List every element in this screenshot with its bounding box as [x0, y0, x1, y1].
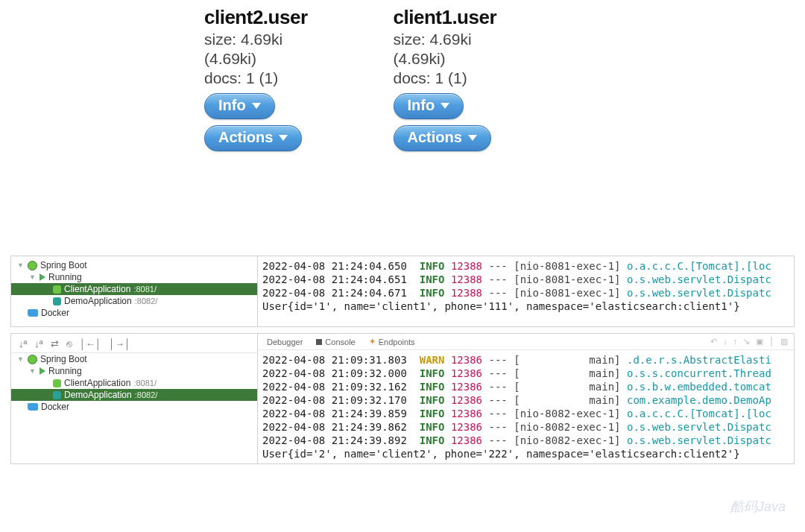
tree-label: Running	[48, 272, 82, 282]
info-button-label: Info	[218, 97, 246, 114]
actions-button[interactable]: Actions	[204, 125, 302, 151]
console-pane: Debugger Console ✶Endpoints ↶ ↓ ↑ ↘ ▣ │ …	[258, 334, 794, 463]
actions-button-label: Actions	[218, 129, 273, 146]
tree-node-spring-boot[interactable]: ▼ Spring Boot	[11, 353, 257, 365]
step-icon[interactable]: ▣	[756, 337, 763, 346]
docker-icon	[28, 309, 38, 317]
docker-icon	[28, 403, 38, 411]
tree-label: ClientApplication	[64, 378, 130, 388]
tree-node-running[interactable]: ▼ Running	[11, 271, 257, 283]
info-button[interactable]: Info	[394, 93, 464, 119]
step-icon[interactable]: ↶	[710, 337, 717, 346]
tree-node-client-app[interactable]: ClientApplication :8081/	[11, 377, 257, 389]
tree-label: ClientApplication	[64, 284, 130, 294]
actions-button-label: Actions	[408, 129, 462, 146]
toolbar-icon[interactable]: │←│	[80, 338, 101, 349]
tab-debugger[interactable]: Debugger	[264, 336, 306, 348]
tree-node-docker[interactable]: Docker	[11, 307, 257, 319]
console-icon	[316, 339, 322, 345]
tab-endpoints[interactable]: ✶Endpoints	[366, 335, 418, 348]
tree-label: Running	[48, 366, 82, 376]
console-output[interactable]: 2022-04-08 21:24:04.650 INFO 12388 --- […	[258, 256, 794, 326]
chevron-down-icon	[279, 135, 288, 141]
port-label: :8081/	[133, 379, 157, 387]
actions-button[interactable]: Actions	[394, 125, 491, 151]
expand-icon: ▼	[29, 273, 37, 281]
toolbar-icon[interactable]: │→│	[109, 338, 130, 349]
index-docs: docs: 1 (1)	[394, 69, 497, 87]
tree-label: Spring Boot	[40, 260, 87, 270]
index-size: size: 4.69ki	[204, 31, 308, 48]
tree-node-demo-app[interactable]: DemoApplication :8082/	[11, 389, 257, 401]
tree-node-running[interactable]: ▼ Running	[11, 365, 257, 377]
port-label: :8081/	[133, 285, 157, 294]
info-button-label: Info	[408, 97, 435, 114]
tree-label: DemoApplication	[64, 296, 132, 306]
tree-label: Docker	[41, 402, 69, 412]
chevron-down-icon	[441, 103, 449, 109]
bug-icon	[53, 285, 61, 294]
spring-boot-icon	[28, 261, 37, 270]
expand-icon: ▼	[17, 262, 25, 269]
endpoints-icon: ✶	[369, 337, 376, 346]
tab-console[interactable]: Console	[313, 336, 358, 348]
ide-panel-1: ▼ Spring Boot ▼ Running ClientApplicatio…	[10, 256, 795, 327]
toolbar-icon[interactable]: ↓ª	[34, 338, 42, 349]
run-dashboard-tree: ▼ Spring Boot ▼ Running ClientApplicatio…	[11, 256, 258, 326]
step-icon[interactable]: ↘	[743, 337, 750, 346]
port-label: :8082/	[135, 297, 158, 305]
index-title: client2.user	[204, 6, 308, 29]
debug-step-icons: ↶ ↓ ↑ ↘ ▣ │ ▥	[710, 337, 788, 346]
step-icon[interactable]: ▥	[780, 337, 788, 346]
tree-label: Docker	[41, 308, 69, 318]
index-card-client1: client1.user size: 4.69ki (4.69ki) docs:…	[394, 6, 497, 151]
info-button[interactable]: Info	[204, 93, 275, 119]
step-icon[interactable]: ↓	[723, 337, 727, 346]
expand-icon: ▼	[29, 367, 37, 375]
step-icon[interactable]: ↑	[733, 337, 738, 346]
debugger-tabs: Debugger Console ✶Endpoints ↶ ↓ ↑ ↘ ▣ │ …	[258, 334, 794, 350]
run-icon	[40, 367, 45, 375]
run-dashboard-tree: ↓ª ↓ª ⇄ ⎋ │←│ │→│ ▼ Spring Boot ▼ Runnin…	[11, 334, 258, 463]
index-size-paren: (4.69ki)	[204, 50, 308, 68]
index-size: size: 4.69ki	[394, 31, 497, 48]
chevron-down-icon	[252, 103, 261, 109]
step-icon[interactable]: │	[769, 337, 774, 346]
tree-label: DemoApplication	[64, 390, 132, 400]
port-label: :8082/	[135, 390, 158, 399]
chevron-down-icon	[468, 135, 477, 141]
bug-icon	[53, 391, 61, 399]
index-card-client2: client2.user size: 4.69ki (4.69ki) docs:…	[204, 6, 308, 151]
toolbar-icon[interactable]: ⎋	[66, 338, 72, 349]
toolbar-icon[interactable]: ⇄	[51, 338, 59, 349]
spring-boot-icon	[28, 355, 37, 364]
tree-node-spring-boot[interactable]: ▼ Spring Boot	[11, 259, 257, 271]
bug-icon	[53, 379, 61, 387]
expand-icon: ▼	[17, 355, 25, 363]
run-icon	[40, 273, 45, 281]
tree-node-client-app[interactable]: ClientApplication :8081/	[11, 283, 257, 295]
tree-node-docker[interactable]: Docker	[11, 401, 257, 413]
toolbar-icon[interactable]: ↓ª	[19, 338, 27, 349]
tree-node-demo-app[interactable]: DemoApplication :8082/	[11, 295, 257, 307]
index-title: client1.user	[394, 6, 497, 29]
index-size-paren: (4.69ki)	[394, 50, 497, 68]
ide-panel-2: ↓ª ↓ª ⇄ ⎋ │←│ │→│ ▼ Spring Boot ▼ Runnin…	[10, 333, 795, 464]
tree-toolbar: ↓ª ↓ª ⇄ ⎋ │←│ │→│	[11, 337, 257, 353]
console-output[interactable]: 2022-04-08 21:09:31.803 WARN 12386 --- […	[258, 350, 794, 463]
index-docs: docs: 1 (1)	[204, 69, 308, 87]
tree-label: Spring Boot	[40, 354, 87, 364]
bug-icon	[53, 297, 61, 305]
